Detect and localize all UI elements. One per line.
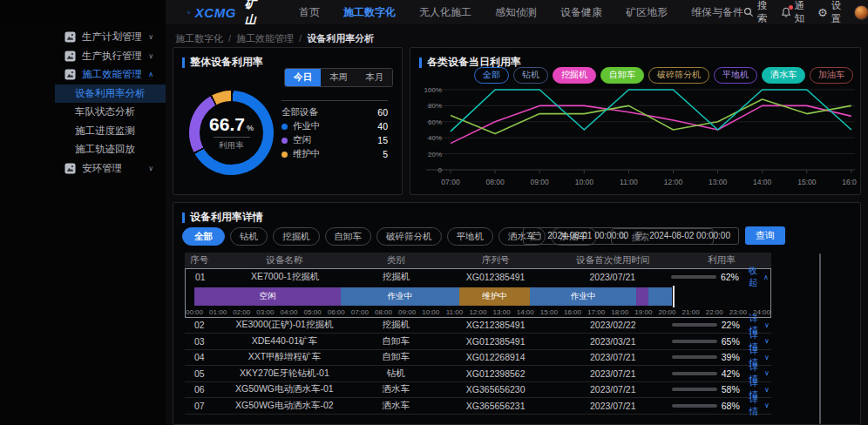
x-tick-label: 14:00 — [753, 178, 772, 186]
cell-utilization: 68%详情∨ — [672, 394, 771, 418]
tab-今日[interactable]: 今日 — [285, 69, 321, 86]
date-range-picker[interactable]: 2024-08-01 00:00:00 至 2024-08-02 00:00:0… — [523, 227, 739, 245]
cell-utilization: 62%收起∧ — [671, 265, 770, 289]
filter-破碎筛分机[interactable]: 破碎筛分机 — [376, 227, 442, 246]
nav-item-首页[interactable]: 首页 — [299, 5, 320, 20]
tab-本周[interactable]: 本周 — [321, 69, 356, 86]
legend-value: 15 — [377, 135, 388, 145]
query-button[interactable]: 查询 — [745, 226, 785, 245]
sidebar-item-生产执行管理[interactable]: 生产执行管理∨ — [55, 47, 166, 66]
timeline-segment-label: 作业中 — [388, 291, 413, 302]
timeline-tick-label: 10:00 — [422, 308, 439, 316]
table-scrollbar[interactable] — [819, 253, 821, 424]
legend-row-维护中: 维护中5 — [281, 147, 388, 161]
logo-text: XCMG — [195, 5, 236, 20]
detail-link[interactable]: 详情∨ — [746, 394, 770, 418]
table-header-cell: 序号 — [185, 254, 214, 266]
x-tick-label: 09:00 — [531, 178, 550, 186]
cell-serial: XG012398562 — [437, 368, 554, 379]
sidebar-item-施工效能管理[interactable]: 施工效能管理∧ — [55, 65, 166, 84]
panel-icon — [64, 69, 76, 80]
timeline-tick-label: 18:00 — [611, 308, 628, 316]
legend-pill-自卸车[interactable]: 自卸车 — [600, 67, 644, 84]
timeline-tick-label: 00:00 — [186, 308, 203, 316]
y-tick-label: 100% — [424, 86, 442, 94]
progress-bar — [672, 372, 717, 375]
table-header-cell: 设备名称 — [214, 254, 356, 266]
nav-item-施工数字化[interactable]: 施工数字化 — [343, 5, 396, 20]
table-row[interactable]: 07XG50WG电动洒水车-02洒水车XG3656562312023/07/21… — [185, 398, 771, 415]
collapse-link[interactable]: 收起∧ — [745, 265, 769, 289]
nav-item-维保与备件[interactable]: 维保与备件 — [691, 5, 743, 20]
progress-bar — [672, 404, 717, 408]
sidebar-subitem-设备利用率分析[interactable]: 设备利用率分析 — [55, 84, 166, 104]
y-tick-label: 80% — [428, 102, 442, 110]
filter-钻机[interactable]: 钻机 — [230, 227, 268, 246]
legend-value: 5 — [383, 149, 388, 159]
nav-item-感知侦测[interactable]: 感知侦测 — [495, 5, 537, 20]
timeline-tick-label: 04:00 — [280, 308, 297, 316]
filter-平地机[interactable]: 平地机 — [447, 227, 494, 246]
nav-item-矿区地形[interactable]: 矿区地形 — [626, 5, 668, 20]
legend-pill-全部[interactable]: 全部 — [474, 67, 509, 84]
chevron-down-icon: ∨ — [148, 52, 153, 60]
tab-本月[interactable]: 本月 — [356, 69, 392, 86]
sidebar-subitem-施工轨迹回放[interactable]: 施工轨迹回放 — [55, 140, 166, 159]
cell-first-use: 2023/02/22 — [554, 320, 672, 330]
x-tick-label: 13:00 — [709, 178, 728, 186]
progress-bar — [672, 323, 717, 327]
timeline-tick-label: 17:00 — [587, 308, 605, 316]
sidebar-item-生产计划管理[interactable]: 生产计划管理∨ — [55, 28, 166, 47]
timeline-tick-label: 22:00 — [706, 308, 723, 316]
notice-action[interactable]: 通知 — [781, 0, 805, 25]
timeline-tick-label: 12:00 — [469, 308, 486, 316]
legend-pill-钻机[interactable]: 钻机 — [513, 67, 548, 84]
timeline-segment-空闲: 空闲 — [194, 287, 341, 306]
sidebar-item-安环管理[interactable]: 安环管理∨ — [55, 159, 166, 179]
sidebar-item-label: 生产执行管理 — [82, 50, 142, 63]
timeline-segment-作业中: 作业中 — [341, 287, 459, 306]
utilization-table: 序号设备名称类别序列号设备首次使用时间利用率01XE7000-1挖掘机挖掘机XG… — [185, 253, 771, 415]
cell-name: XKY270E牙轮钻机-01 — [214, 368, 356, 380]
title-accent-bar — [419, 57, 422, 68]
timeline-tick-label: 16:00 — [564, 308, 581, 316]
timeline-tick-label: 01:00 — [209, 308, 227, 316]
breadcrumb: 施工数字化/施工效能管理/设备利用率分析 — [175, 32, 374, 45]
table-row[interactable]: 01XE7000-1挖掘机挖掘机XG0123854912023/07/2162%… — [186, 269, 770, 286]
table-header-cell: 序列号 — [437, 254, 554, 266]
filter-全部[interactable]: 全部 — [182, 227, 225, 246]
filter-挖掘机[interactable]: 挖掘机 — [273, 227, 320, 246]
status-timeline: 空闲作业中维护中作业中00:0001:0002:0003:0004:0005:0… — [194, 287, 762, 317]
legend-pill-洒水车[interactable]: 洒水车 — [762, 67, 805, 84]
filter-自卸车[interactable]: 自卸车 — [325, 227, 372, 246]
cell-serial: XG365656230 — [437, 384, 554, 395]
legend-pill-加油车[interactable]: 加油车 — [810, 67, 853, 84]
cell-no: 06 — [185, 384, 214, 395]
nav-item-设备健康[interactable]: 设备健康 — [560, 5, 602, 20]
sidebar-subitem-车队状态分析[interactable]: 车队状态分析 — [55, 103, 166, 122]
x-tick-label: 10:00 — [575, 178, 594, 186]
breadcrumb-item[interactable]: 施工数字化 — [175, 33, 223, 44]
legend-pill-平地机[interactable]: 平地机 — [714, 67, 757, 84]
nav-item-无人化施工[interactable]: 无人化施工 — [419, 5, 471, 20]
breadcrumb-item[interactable]: 施工效能管理 — [236, 33, 294, 44]
search-icon — [743, 7, 754, 17]
user-menu[interactable]: ∨ — [854, 5, 868, 20]
timeline-segment-label: 空闲 — [260, 291, 276, 302]
legend-value: 60 — [377, 107, 388, 118]
legend-pill-挖掘机[interactable]: 挖掘机 — [553, 67, 596, 84]
legend-label: 空闲 — [293, 134, 311, 146]
search-action[interactable]: 搜索 — [743, 0, 768, 25]
settings-action[interactable]: ⚙ 设置 — [817, 0, 841, 25]
legend-pill-破碎筛分机[interactable]: 破碎筛分机 — [648, 67, 709, 84]
nav-actions: 搜索 通知 ⚙ 设置 ∨ — [743, 0, 868, 25]
timeline-tick-label: 24:00 — [753, 308, 770, 316]
timeline-tick-label: 03:00 — [256, 308, 274, 316]
chevron-down-icon: ∨ — [764, 354, 770, 361]
gear-icon: ⚙ — [817, 7, 828, 18]
sidebar-subitem-施工进度监测[interactable]: 施工进度监测 — [55, 122, 166, 141]
table-header-cell: 设备首次使用时间 — [554, 254, 672, 266]
timeline-tick-label: 05:00 — [304, 308, 322, 316]
timeline-segment-作业中: 作业中 — [530, 287, 636, 306]
calendar-icon — [532, 231, 541, 240]
